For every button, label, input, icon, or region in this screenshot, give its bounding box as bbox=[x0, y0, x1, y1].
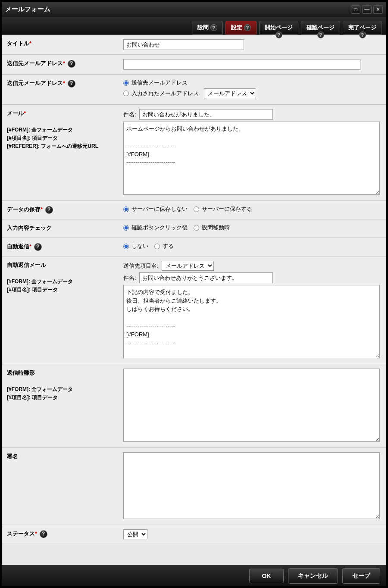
tab-label: 開始ページ bbox=[265, 24, 293, 31]
label-sender: 送信元メールアドレス bbox=[7, 80, 63, 86]
row-autoreply: 自動返信* ? しない する bbox=[2, 238, 386, 256]
label-autoreply-mail: 自動返信メール bbox=[7, 261, 123, 270]
save-radio-yes[interactable] bbox=[194, 206, 199, 212]
tab-label: 完了ページ bbox=[348, 24, 376, 31]
titlebar: メールフォーム □ — × bbox=[2, 2, 386, 17]
mail-form-window: メールフォーム □ — × 設問 ? 設定 ? 開始ページ ? 確認ページ ? … bbox=[0, 0, 388, 588]
help-icon[interactable]: ? bbox=[275, 31, 282, 38]
close-icon[interactable]: × bbox=[373, 5, 383, 14]
autoreply-subject-input[interactable] bbox=[139, 272, 273, 283]
tab-start-page[interactable]: 開始ページ ? bbox=[259, 21, 298, 34]
check-opt-move: 設問移動時 bbox=[202, 224, 230, 231]
label-recipient: 送信先メールアドレス bbox=[7, 60, 63, 66]
hint-item: [#項目名]: 項目データ bbox=[7, 394, 123, 402]
row-save: データの保存* ? サーバーに保存しない サーバーに保存する bbox=[2, 201, 386, 219]
row-status: ステータス* ? 公開 bbox=[2, 525, 386, 544]
tab-confirm-page[interactable]: 確認ページ ? bbox=[301, 21, 340, 34]
sender-field-select[interactable]: メールアドレス bbox=[204, 88, 256, 98]
check-radio-move[interactable] bbox=[194, 225, 199, 231]
window-title: メールフォーム bbox=[5, 5, 50, 13]
row-sender: 送信元メールアドレス* ? 送信先メールアドレス 入力されたメールアドレス メー… bbox=[2, 75, 386, 105]
autoreply-opt-yes: する bbox=[163, 242, 174, 250]
title-input[interactable] bbox=[123, 39, 244, 50]
label-status: ステータス bbox=[7, 530, 35, 537]
autoreply-body-textarea[interactable] bbox=[123, 285, 380, 358]
help-icon[interactable]: ? bbox=[210, 24, 217, 31]
help-icon[interactable]: ? bbox=[68, 60, 75, 68]
label-autoreply: 自動返信 bbox=[7, 243, 29, 250]
reply-template-textarea[interactable] bbox=[123, 369, 380, 442]
required-mark: * bbox=[29, 243, 31, 250]
mail-subject-label: 件名: bbox=[123, 111, 136, 118]
autoreply-dest-select[interactable]: メールアドレス bbox=[162, 261, 214, 271]
label-mail: メール bbox=[7, 110, 24, 116]
help-icon[interactable]: ? bbox=[244, 24, 251, 31]
tab-bar: 設問 ? 設定 ? 開始ページ ? 確認ページ ? 完了ページ ? bbox=[2, 17, 386, 35]
row-autoreply-mail: 自動返信メール [#FORM]: 全フォームデータ [#項目名]: 項目データ … bbox=[2, 256, 386, 364]
save-button[interactable]: セーブ bbox=[342, 568, 380, 584]
autoreply-radio-no[interactable] bbox=[123, 244, 129, 249]
required-mark: * bbox=[29, 40, 31, 47]
help-icon[interactable]: ? bbox=[34, 243, 42, 251]
tab-questions[interactable]: 設問 ? bbox=[192, 21, 223, 34]
sender-radio-input[interactable] bbox=[123, 91, 129, 96]
required-mark: * bbox=[24, 110, 26, 116]
sender-opt-recipient: 送信先メールアドレス bbox=[131, 79, 188, 87]
label-signature: 署名 bbox=[7, 453, 18, 460]
help-icon[interactable]: ? bbox=[68, 80, 75, 88]
required-mark: * bbox=[63, 80, 65, 86]
label-title: タイトル bbox=[7, 40, 29, 47]
sender-radio-recipient[interactable] bbox=[123, 80, 129, 86]
tab-settings[interactable]: 設定 ? bbox=[225, 21, 257, 34]
save-opt-yes: サーバーに保存する bbox=[202, 205, 252, 213]
help-icon[interactable]: ? bbox=[40, 530, 47, 538]
help-icon[interactable]: ? bbox=[317, 31, 324, 38]
footer: OK キャンセル セーブ bbox=[2, 565, 386, 586]
required-mark: * bbox=[35, 530, 37, 537]
row-check: 入力内容チェック 確認ボタンクリック後 設問移動時 bbox=[2, 219, 386, 238]
row-recipient: 送信先メールアドレス* ? bbox=[2, 55, 386, 75]
minimize-icon[interactable]: — bbox=[362, 5, 372, 14]
window-buttons: □ — × bbox=[351, 5, 383, 14]
hint-form: [#FORM]: 全フォームデータ bbox=[7, 278, 123, 286]
label-check: 入力内容チェック bbox=[7, 225, 52, 231]
tab-done-page[interactable]: 完了ページ ? bbox=[343, 21, 382, 34]
cancel-button[interactable]: キャンセル bbox=[288, 568, 338, 584]
signature-textarea[interactable] bbox=[123, 452, 380, 519]
tab-label: 確認ページ bbox=[307, 24, 335, 31]
row-title: タイトル* bbox=[2, 35, 386, 55]
autoreply-radio-yes[interactable] bbox=[154, 244, 160, 249]
recipient-input[interactable] bbox=[123, 59, 360, 70]
hint-item: [#項目名]: 項目データ bbox=[7, 134, 123, 142]
check-opt-click: 確認ボタンクリック後 bbox=[131, 224, 188, 231]
mail-body-textarea[interactable] bbox=[123, 122, 380, 195]
help-icon[interactable]: ? bbox=[359, 31, 366, 38]
check-radio-click[interactable] bbox=[123, 225, 129, 231]
autoreply-opt-no: しない bbox=[131, 242, 148, 250]
tab-label: 設問 bbox=[197, 24, 209, 31]
form-content: タイトル* 送信先メールアドレス* ? 送信元メールアドレス* ? bbox=[2, 35, 386, 565]
save-radio-no[interactable] bbox=[123, 206, 129, 212]
hint-form: [#FORM]: 全フォームデータ bbox=[7, 385, 123, 394]
hint-item: [#項目名]: 項目データ bbox=[7, 286, 123, 294]
sender-opt-input: 入力されたメールアドレス bbox=[131, 90, 199, 97]
tab-label: 設定 bbox=[231, 24, 242, 31]
row-reply-template: 返信時雛形 [#FORM]: 全フォームデータ [#項目名]: 項目データ bbox=[2, 364, 386, 448]
label-save: データの保存 bbox=[7, 206, 41, 213]
status-select[interactable]: 公開 bbox=[123, 529, 147, 539]
save-opt-no: サーバーに保存しない bbox=[131, 205, 188, 213]
mail-subject-input[interactable] bbox=[139, 109, 273, 120]
label-reply-template: 返信時雛形 bbox=[7, 369, 123, 378]
required-mark: * bbox=[41, 206, 43, 213]
autoreply-subject-label: 件名: bbox=[123, 275, 136, 281]
row-signature: 署名 bbox=[2, 448, 386, 525]
hint-form: [#FORM]: 全フォームデータ bbox=[7, 126, 123, 134]
required-mark: * bbox=[63, 60, 65, 66]
help-icon[interactable]: ? bbox=[45, 206, 53, 214]
row-mail: メール* [#FORM]: 全フォームデータ [#項目名]: 項目データ [#R… bbox=[2, 105, 386, 201]
ok-button[interactable]: OK bbox=[249, 569, 284, 583]
maximize-icon[interactable]: □ bbox=[351, 5, 360, 14]
autoreply-dest-label: 送信先項目名: bbox=[123, 263, 159, 269]
hint-referer: [#REFERER]: フォームへの遷移元URL bbox=[7, 142, 123, 150]
